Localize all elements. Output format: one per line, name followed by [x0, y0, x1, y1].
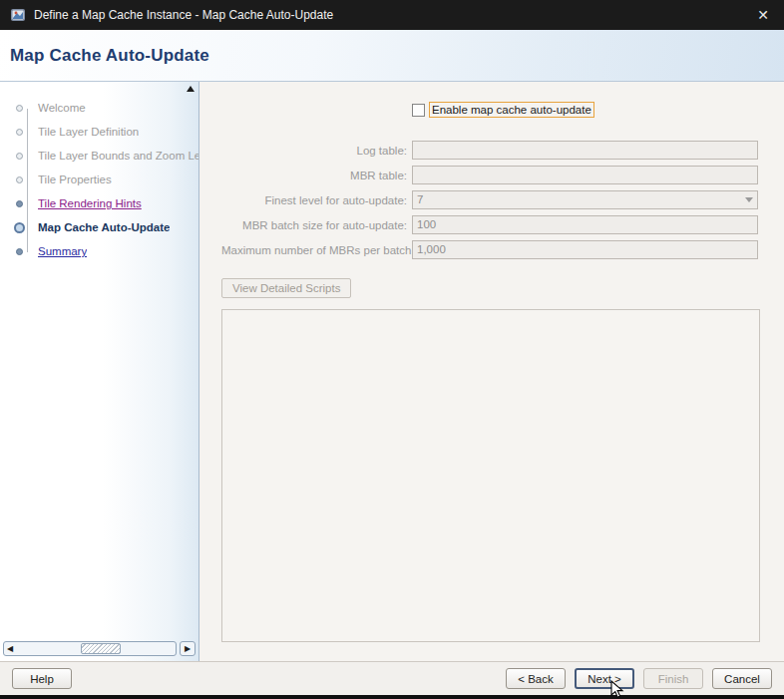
- log-table-field: [412, 141, 758, 160]
- wizard-body: Welcome Tile Layer Definition Tile Layer…: [0, 82, 784, 661]
- step-bullet: [16, 176, 23, 183]
- scripts-preview-panel: [221, 309, 760, 642]
- wizard-window: Define a Map Cache Instance - Map Cache …: [0, 0, 784, 699]
- step-label: Welcome: [38, 102, 86, 114]
- step-summary[interactable]: Summary: [0, 239, 198, 263]
- step-label[interactable]: Summary: [38, 245, 87, 257]
- cancel-button[interactable]: Cancel: [712, 668, 772, 689]
- window-title: Define a Map Cache Instance - Map Cache …: [34, 8, 744, 22]
- step-map-cache-auto-update: Map Cache Auto-Update: [0, 215, 198, 239]
- window-bottom-edge: [0, 695, 784, 699]
- mbr-table-label: MBR table:: [221, 170, 407, 181]
- step-tile-properties: Tile Properties: [0, 168, 198, 191]
- page-title: Map Cache Auto-Update: [10, 46, 209, 66]
- step-tile-rendering-hints[interactable]: Tile Rendering Hints: [0, 191, 198, 215]
- step-label: Tile Layer Definition: [38, 126, 139, 138]
- scroll-right-button[interactable]: ▶: [180, 641, 196, 656]
- enable-auto-update-checkbox[interactable]: [412, 104, 425, 117]
- step-label: Map Cache Auto-Update: [38, 221, 170, 233]
- app-icon: [10, 7, 26, 23]
- scroll-right-icon[interactable]: ▶: [185, 643, 191, 654]
- finest-level-value: 7: [417, 191, 423, 208]
- step-label: Tile Layer Bounds and Zoom Level: [38, 150, 198, 162]
- scroll-left-icon[interactable]: ◀: [7, 643, 13, 654]
- combo-arrow-icon: [745, 197, 753, 202]
- mbr-table-field: [412, 166, 758, 184]
- button-bar: Help < Back Next > Finish Cancel: [0, 661, 784, 695]
- roadmap-horizontal-scrollbar[interactable]: ◀ ▶: [3, 641, 196, 656]
- scrollbar-track[interactable]: ◀: [3, 641, 177, 656]
- step-bullet: [16, 200, 23, 207]
- step-label[interactable]: Tile Rendering Hints: [38, 197, 142, 209]
- enable-auto-update-row: Enable map cache auto-update: [412, 102, 784, 118]
- finish-button: Finish: [643, 668, 703, 689]
- step-label: Tile Properties: [38, 174, 112, 185]
- step-tile-layer-definition: Tile Layer Definition: [0, 120, 198, 144]
- scrollbar-thumb[interactable]: [81, 643, 121, 654]
- step-bullet: [16, 153, 23, 160]
- step-tile-layer-bounds: Tile Layer Bounds and Zoom Level: [0, 144, 198, 168]
- auto-update-form: Log table: MBR table: Finest level for a…: [221, 141, 784, 259]
- max-mbrs-label: Maximum number of MBRs per batch:: [221, 244, 407, 256]
- enable-auto-update-label[interactable]: Enable map cache auto-update: [429, 102, 594, 118]
- wizard-header: Map Cache Auto-Update: [0, 30, 784, 82]
- finest-level-label: Finest level for auto-update:: [221, 194, 407, 206]
- next-button[interactable]: Next >: [575, 668, 634, 689]
- max-mbrs-field: 1,000: [412, 240, 758, 259]
- step-bullet: [16, 105, 23, 112]
- help-button[interactable]: Help: [12, 668, 72, 689]
- view-detailed-scripts-button: View Detailed Scripts: [221, 278, 351, 298]
- step-welcome: Welcome: [0, 96, 198, 120]
- log-table-label: Log table:: [221, 145, 407, 157]
- main-panel: Enable map cache auto-update Log table: …: [199, 82, 784, 661]
- roadmap-steps: Welcome Tile Layer Definition Tile Layer…: [0, 82, 198, 263]
- titlebar: Define a Map Cache Instance - Map Cache …: [0, 0, 784, 30]
- mbr-batch-size-field: 100: [412, 215, 758, 234]
- mbr-batch-size-label: MBR batch size for auto-update:: [221, 219, 407, 231]
- back-button[interactable]: < Back: [506, 668, 566, 689]
- step-bullet: [16, 129, 23, 136]
- step-bullet: [14, 222, 25, 233]
- wizard-roadmap: Welcome Tile Layer Definition Tile Layer…: [0, 82, 199, 661]
- step-bullet: [16, 248, 23, 255]
- finest-level-select: 7: [412, 190, 758, 209]
- close-icon[interactable]: ✕: [752, 0, 774, 30]
